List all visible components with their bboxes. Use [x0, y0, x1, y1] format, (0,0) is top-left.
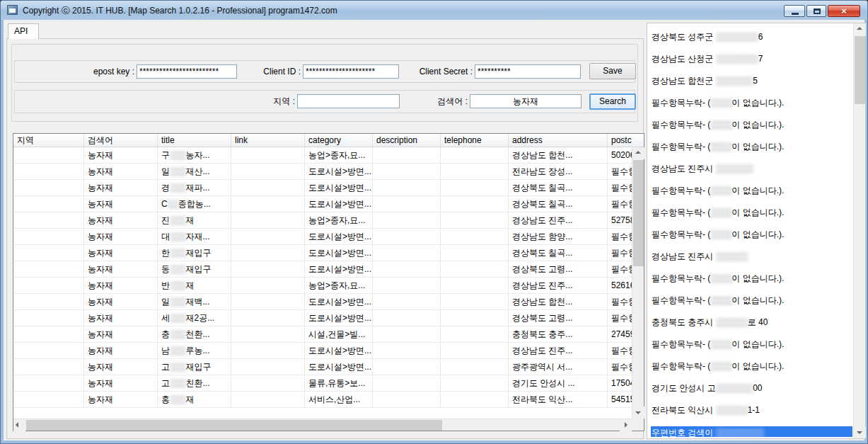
redacted-text: ▒▒▒▒ — [710, 361, 731, 371]
redacted-text: ▒▒▒ — [170, 346, 186, 355]
table-row[interactable]: 농자재 대▒▒▒자재... 도로시설>방면... 경상남도 함양... 필수항목… — [13, 229, 632, 245]
table-row[interactable]: 농자재 반▒▒▒재 농업>종자,묘... 경상남도 진주... 52616 — [13, 278, 632, 294]
client-secret-input[interactable] — [475, 64, 581, 79]
cell-address: 경상북도 칠곡... — [509, 196, 608, 212]
cell-title: 동▒▒▒재입구 — [158, 261, 231, 277]
log-item[interactable]: 경상남도 합천군 ▒▒▒▒▒▒▒5 — [651, 70, 852, 92]
column-header-category[interactable]: category — [305, 134, 373, 147]
cell-keyword: 농자재 — [84, 147, 158, 163]
maximize-icon — [814, 8, 821, 14]
cell-region — [13, 326, 84, 342]
grid-vscrollbar[interactable] — [632, 147, 644, 419]
table-row[interactable]: 농자재 C▒▒종합농... 도로시설>방면... 경상북도 칠곡... 필수항목… — [13, 196, 632, 212]
client-id-input[interactable] — [303, 64, 399, 79]
redacted-text: ▒▒▒ — [170, 248, 186, 258]
cell-title: C▒▒종합농... — [158, 196, 231, 212]
cell-description — [373, 196, 441, 212]
cell-postcd: 필수항목누락 — [608, 164, 632, 179]
window-title: Copyright ⓒ 2015. IT HUB. [Map Search 1.… — [23, 5, 337, 17]
log-item[interactable]: 경상남도 진주시 ▒▒▒▒▒▒ — [651, 246, 852, 268]
region-input[interactable] — [297, 94, 400, 108]
table-row[interactable]: 농자재 진▒▒▒재 농업>종자,묘... 경상남도 진주... 52758 — [13, 212, 632, 229]
column-header-link[interactable]: link — [231, 134, 305, 147]
column-header-postcd[interactable]: postcd — [608, 134, 632, 147]
log-item[interactable]: 충청북도 충주시 ▒▒▒▒▒▒로 40 — [651, 312, 852, 334]
log-item[interactable]: 필수항목누락- (▒▒▒▒이 없습니다.). — [651, 355, 852, 377]
column-header-telephone[interactable]: telephone — [441, 134, 509, 147]
cell-title: 충▒▒▒천환... — [158, 326, 231, 342]
column-header-description[interactable]: description — [373, 134, 441, 147]
log-item[interactable]: 필수항목누락- (▒▒▒▒이 없습니다.). — [651, 268, 852, 290]
cell-description — [373, 164, 441, 179]
log-item[interactable]: 필수항목누락- (▒▒▒▒이 없습니다.). — [651, 180, 852, 202]
column-header-title[interactable]: title — [158, 134, 231, 147]
log-item[interactable]: 필수항목누락- (▒▒▒▒이 없습니다.). — [651, 334, 852, 355]
table-row[interactable]: 농자재 충▒▒▒천환... 시설,건물>빌... 충청북도 충주... 2745… — [13, 326, 632, 343]
cell-description — [373, 180, 441, 195]
log-item[interactable]: 필수항목누락- (▒▒▒▒이 없습니다.). — [651, 224, 852, 246]
titlebar[interactable]: Copyright ⓒ 2015. IT HUB. [Map Search 1.… — [1, 1, 867, 20]
close-button[interactable]: × — [828, 5, 860, 17]
keyword-input[interactable] — [470, 94, 581, 108]
save-button[interactable]: Save — [589, 63, 636, 79]
log-item[interactable]: 필수항목누락- (▒▒▒▒이 없습니다.). — [651, 114, 852, 136]
cell-postcd: 54515 — [608, 392, 632, 407]
table-row[interactable]: 농자재 경▒▒▒재파... 도로시설>방면... 경상북도 칠곡... 필수항목… — [13, 180, 632, 196]
scroll-up-icon[interactable] — [632, 147, 644, 159]
epost-key-input[interactable] — [137, 64, 237, 79]
column-header-address[interactable]: address — [509, 134, 608, 147]
log-item[interactable]: 필수항목누락- (▒▒▒▒이 없습니다.). — [651, 202, 852, 224]
scroll-down-icon[interactable] — [632, 406, 644, 419]
log-item[interactable]: 경상남도 산청군 ▒▒▒▒▒▒▒▒7 — [651, 48, 852, 70]
log-item[interactable]: 경상북도 성주군 ▒▒▒▒▒▒▒▒6 — [651, 26, 852, 48]
cell-address: 경상남도 함양... — [509, 229, 608, 244]
log-scrollbar[interactable] — [853, 23, 865, 438]
redacted-text: ▒▒▒▒ — [710, 186, 731, 195]
table-row[interactable]: 농자재 한▒▒▒재입구 도로시설>방면... 경상북도 칠곡... 필수항목누락 — [13, 245, 632, 261]
log-item[interactable]: 전라북도 익산시 ▒▒▒▒▒▒1-1 — [651, 399, 852, 421]
log-item[interactable]: 우편번호 검색이 ▒▒▒▒▒▒▒▒▒ — [651, 426, 852, 437]
log-item[interactable]: 필수항목누락- (▒▒▒▒이 없습니다.). — [651, 290, 852, 312]
log-item[interactable]: 경기도 안성시 고▒▒▒▒▒▒▒00 — [651, 377, 852, 399]
table-row[interactable]: 농자재 일▒▒▒재산... 도로시설>방면... 전라남도 장성... 필수항목… — [13, 164, 632, 180]
vscroll-thumb[interactable] — [855, 36, 865, 104]
cell-region — [13, 196, 84, 212]
redacted-text: ▒▒▒▒▒▒ — [716, 405, 748, 415]
table-row[interactable]: 농자재 고▒▒▒친환... 물류,유통>보... 경기도 안성시 ... 175… — [13, 375, 632, 392]
maximize-button[interactable] — [806, 5, 826, 17]
cell-address: 충청북도 충주... — [509, 326, 608, 342]
log-item[interactable]: 필수항목누락- (▒▒▒▒이 없습니다.). — [651, 136, 852, 158]
table-row[interactable]: 농자재 홍▒▒▒재 서비스,산업... 전라북도 익산... 54515 — [13, 392, 632, 408]
vscroll-thumb[interactable] — [633, 160, 644, 266]
minimize-button[interactable] — [784, 5, 805, 17]
redacted-text: ▒▒▒▒▒▒▒▒▒ — [716, 428, 764, 437]
redacted-text: ▒▒▒ — [170, 232, 186, 241]
table-row[interactable]: 농자재 동▒▒▒재입구 도로시설>방면... 경상북도 고령... 필수항목누락 — [13, 261, 632, 278]
scroll-left-icon[interactable] — [13, 419, 25, 431]
cell-category: 도로시설>방면... — [305, 359, 373, 375]
cell-postcd: 필수항목누락 — [608, 261, 632, 277]
log-item[interactable]: 필수항목누락- (▒▒▒▒이 없습니다.). — [651, 92, 852, 114]
hscroll-thumb[interactable] — [26, 420, 442, 431]
cell-telephone — [441, 392, 509, 407]
cell-link — [231, 212, 305, 228]
grid-hscrollbar[interactable] — [13, 419, 632, 431]
scroll-up-icon[interactable] — [854, 23, 866, 35]
redacted-text: ▒▒▒ — [170, 297, 186, 307]
table-row[interactable]: 농자재 남▒▒▒루농... 도로시설>방면... 경상남도 진주... 필수항목… — [13, 343, 632, 359]
cell-link — [231, 196, 305, 212]
cell-title: 남▒▒▒루농... — [158, 343, 231, 358]
column-header-keyword[interactable]: 검색어 — [84, 134, 158, 147]
table-row[interactable]: 농자재 고▒▒▒재입구 도로시설>방면... 광주광역시 서... 필수항목누락 — [13, 359, 632, 375]
column-header-region[interactable]: 지역 — [13, 134, 84, 147]
scroll-down-icon[interactable] — [854, 426, 866, 438]
table-row[interactable]: 농자재 일▒▒▒재백... 도로시설>방면... 경상남도 합천... 필수항목… — [13, 294, 632, 310]
table-row[interactable]: 농자재 구▒▒▒농자... 농업>종자,묘... 경상남도 합천... 5020… — [13, 147, 632, 164]
tab-api[interactable]: API — [8, 23, 39, 39]
scroll-right-icon[interactable] — [620, 419, 632, 431]
cell-category: 도로시설>방면... — [305, 164, 373, 179]
table-row[interactable]: 농자재 세▒▒▒재2공... 도로시설>방면... 경상북도 고령... 필수항… — [13, 310, 632, 326]
log-item[interactable]: 경상남도 진주시 ▒▒▒▒▒▒▒ — [651, 158, 852, 180]
redacted-text: ▒▒▒▒▒▒▒▒ — [716, 32, 758, 42]
search-button[interactable]: Search — [589, 93, 636, 110]
